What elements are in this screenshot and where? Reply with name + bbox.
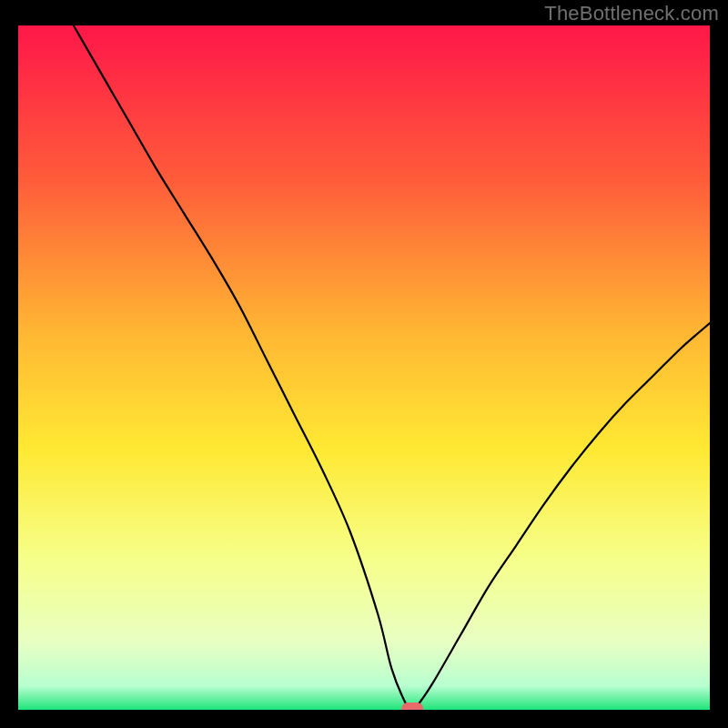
chart-frame: TheBottleneck.com bbox=[0, 0, 728, 728]
chart-background bbox=[18, 25, 710, 710]
chart-plot-area bbox=[18, 25, 710, 710]
chart-svg bbox=[18, 25, 710, 710]
watermark-text: TheBottleneck.com bbox=[544, 2, 719, 25]
optimal-point-marker bbox=[401, 703, 423, 710]
